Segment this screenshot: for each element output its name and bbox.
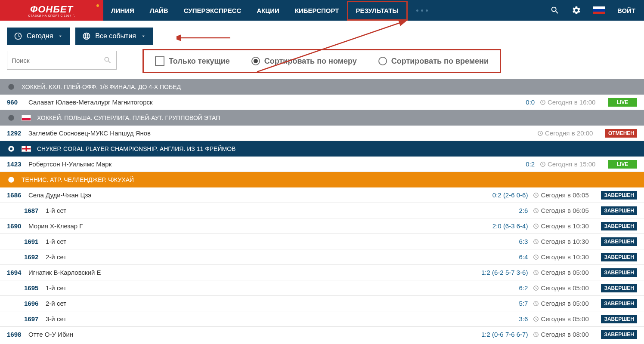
event-number: 1698: [7, 331, 28, 338]
events-dropdown[interactable]: Все события: [75, 28, 153, 45]
clock-icon: [540, 99, 546, 105]
search-icon[interactable]: [550, 6, 560, 15]
event-score: 2:6: [519, 207, 532, 214]
nav-line[interactable]: ЛИНИЯ: [103, 0, 142, 21]
category-title: ХОККЕЙ. ПОЛЬША. СУПЕРЛИГА. ПЛЕЙ-АУТ. ГРУ…: [37, 114, 220, 121]
filter-only-current[interactable]: Только текущие: [155, 56, 230, 66]
event-row[interactable]: 1692 2-й сет 6:4 Сегодня в 10:30 ЗАВЕРШЕ…: [0, 249, 644, 265]
svg-point-2: [8, 84, 14, 90]
category-header[interactable]: ХОККЕЙ. ПОЛЬША. СУПЕРЛИГА. ПЛЕЙ-АУТ. ГРУ…: [0, 110, 644, 126]
nav-results[interactable]: РЕЗУЛЬТАТЫ: [347, 1, 408, 21]
event-time: Сегодня в 20:00: [545, 129, 605, 137]
category-title: СНУКЕР. CORAL PLAYER CHAMPIONSHIP. АНГЛИ…: [37, 145, 235, 152]
event-row[interactable]: 1686 Села Дуди-Чжан Цзэ 0:2 (2-6 0-6) Се…: [0, 187, 644, 203]
event-time: Сегодня в 06:05: [541, 207, 601, 214]
gear-icon[interactable]: [572, 6, 581, 15]
finished-badge: ЗАВЕРШЕН: [601, 268, 637, 277]
event-row[interactable]: 1691 1-й сет 6:3 Сегодня в 10:30 ЗАВЕРШЕ…: [0, 234, 644, 249]
clock-icon: [533, 208, 539, 214]
nav-more-icon[interactable]: [408, 9, 437, 12]
event-row[interactable]: 1698 Отте О-У Ибин 1:2 (0-6 7-6 6-7) Сег…: [0, 327, 644, 342]
event-name: 2-й сет: [46, 253, 519, 261]
event-time: Сегодня в 05:00: [541, 315, 601, 322]
header-bar: ФОНБЕТ СТАВКИ НА СПОРТ С 1994 Г. ЛИНИЯ Л…: [0, 0, 644, 21]
main-nav: ЛИНИЯ ЛАЙВ СУПЕРЭКСПРЕСС АКЦИИ КИБЕРСПОР…: [103, 0, 437, 21]
event-score: 1:2 (0-6 7-6 6-7): [481, 331, 531, 338]
header-right: ВОЙТ: [542, 0, 644, 21]
flag-england-icon: [22, 146, 31, 152]
svg-point-5: [10, 147, 12, 150]
svg-point-6: [8, 177, 14, 183]
event-row[interactable]: 1423 Робертсон Н-Уильямс Марк 0:2 Сегодн…: [0, 157, 644, 172]
event-name: Салават Юлаев-Металлург Магнитогорск: [28, 98, 526, 106]
event-name: Отте О-У Ибин: [28, 331, 481, 338]
filter-toolbar: Сегодня Все события: [0, 21, 644, 49]
logo[interactable]: ФОНБЕТ СТАВКИ НА СПОРТ С 1994 Г.: [0, 0, 103, 21]
category-header[interactable]: СНУКЕР. CORAL PLAYER CHAMPIONSHIP. АНГЛИ…: [0, 141, 644, 157]
cancelled-badge: ОТМЕНЕН: [605, 129, 637, 138]
finished-badge: ЗАВЕРШЕН: [601, 315, 637, 323]
search-input[interactable]: [12, 57, 103, 64]
date-label: Сегодня: [27, 32, 53, 40]
annotation-arrow-icon: [176, 34, 232, 41]
event-row[interactable]: 1696 2-й сет 5:7 Сегодня в 05:00 ЗАВЕРШЕ…: [0, 296, 644, 311]
category-header[interactable]: ТЕННИС. ATP. ЧЕЛЛЕНДЖЕР. ЧЖУХАЙ: [0, 172, 644, 187]
date-dropdown[interactable]: Сегодня: [7, 28, 70, 45]
event-row[interactable]: 1687 1-й сет 2:6 Сегодня в 06:05 ЗАВЕРШЕ…: [0, 203, 644, 218]
event-row[interactable]: 1694 Игнатик В-Карловский Е 1:2 (6-2 5-7…: [0, 265, 644, 280]
filter-sort-number[interactable]: Сортировать по номеру: [251, 57, 357, 66]
search-input-wrap[interactable]: [7, 51, 117, 70]
nav-live[interactable]: ЛАЙВ: [142, 0, 176, 21]
event-row[interactable]: 960 Салават Юлаев-Металлург Магнитогорск…: [0, 95, 644, 110]
event-name: Игнатик В-Карловский Е: [28, 269, 481, 276]
event-time: Сегодня в 08:00: [541, 331, 601, 338]
event-name: 1-й сет: [46, 284, 519, 292]
event-number: 1292: [7, 129, 28, 137]
login-button[interactable]: ВОЙТ: [617, 7, 635, 14]
category-title: ТЕННИС. ATP. ЧЕЛЛЕНДЖЕР. ЧЖУХАЙ: [22, 176, 134, 183]
chevron-down-icon: [57, 33, 63, 39]
event-number: 960: [7, 98, 28, 106]
event-name: 1-й сет: [46, 238, 519, 245]
finished-badge: ЗАВЕРШЕН: [601, 206, 637, 215]
event-score: 0:2 (2-6 0-6): [492, 191, 532, 199]
event-number: 1697: [7, 315, 46, 322]
event-number: 1696: [7, 300, 46, 307]
live-badge: LIVE: [608, 98, 637, 107]
event-number: 1687: [7, 207, 46, 214]
nav-cybersport[interactable]: КИБЕРСПОРТ: [287, 0, 347, 21]
clock-icon: [533, 285, 539, 291]
finished-badge: ЗАВЕРШЕН: [601, 330, 637, 339]
events-label: Все события: [95, 32, 136, 40]
event-row[interactable]: 1697 3-й сет 3:6 Сегодня в 05:00 ЗАВЕРШЕ…: [0, 311, 644, 327]
event-score: 0:0: [526, 98, 538, 106]
clock-icon: [14, 32, 22, 40]
category-header[interactable]: ХОККЕЙ. КХЛ. ПЛЕЙ-ОФФ. 1/8 ФИНАЛА. ДО 4-…: [0, 79, 644, 95]
event-row[interactable]: 1695 1-й сет 6:2 Сегодня в 05:00 ЗАВЕРШЕ…: [0, 280, 644, 296]
filter-sort-time[interactable]: Сортировать по времени: [378, 57, 489, 66]
finished-badge: ЗАВЕРШЕН: [601, 253, 637, 261]
logo-text: ФОНБЕТ: [30, 4, 73, 15]
clock-icon: [537, 130, 543, 136]
snooker-icon: [7, 144, 15, 153]
event-time: Сегодня в 05:00: [541, 284, 601, 292]
filter-options-box: Только текущие Сортировать по номеру Сор…: [142, 49, 501, 73]
clock-icon: [540, 161, 546, 167]
nav-promo[interactable]: АКЦИИ: [249, 0, 287, 21]
event-score: 6:2: [519, 284, 532, 292]
clock-icon: [533, 254, 539, 260]
nav-superexpress[interactable]: СУПЕРЭКСПРЕСС: [176, 0, 249, 21]
event-number: 1692: [7, 253, 46, 261]
category-title: ХОККЕЙ. КХЛ. ПЛЕЙ-ОФФ. 1/8 ФИНАЛА. ДО 4-…: [22, 83, 181, 90]
finished-badge: ЗАВЕРШЕН: [601, 237, 637, 246]
event-time: Сегодня в 10:30: [541, 222, 601, 230]
lang-flag-icon[interactable]: [593, 6, 605, 14]
event-name: Села Дуди-Чжан Цзэ: [28, 191, 492, 199]
clock-icon: [533, 316, 539, 322]
event-name: Мория Х-Клезар Г: [28, 222, 492, 230]
event-row[interactable]: 1690 Мория Х-Клезар Г 2:0 (6-3 6-4) Сего…: [0, 218, 644, 234]
event-time: Сегодня в 05:00: [541, 269, 601, 276]
event-name: 2-й сет: [46, 300, 519, 307]
event-time: Сегодня в 15:00: [548, 160, 608, 168]
event-row[interactable]: 1292 Заглембе Сосновец-МУКС Напшуд Янов …: [0, 126, 644, 141]
